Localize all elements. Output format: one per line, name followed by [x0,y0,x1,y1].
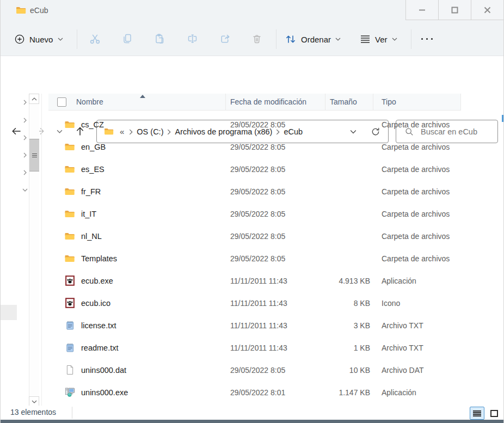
toolbar-divider [276,29,276,49]
file-name-cell: cs_CZ [48,119,226,130]
scroll-up-button[interactable] [29,94,39,104]
address-row: « OS (C:) Archivos de programa (x86) eCu… [1,56,503,93]
file-name-cell: en_GB [48,142,226,152]
folder-icon [64,142,75,152]
file-row[interactable]: es_ES 29/05/2022 8:05 Carpeta de archivo… [48,158,461,180]
tree-expand-chevron-icon[interactable] [22,99,28,106]
file-name-cell: nl_NL [48,231,226,242]
title-bar[interactable]: eCub [1,0,503,22]
tree-expand-chevron-icon[interactable] [22,117,28,124]
column-header-type[interactable]: Tipo [373,94,461,110]
cut-button[interactable] [85,29,104,48]
close-icon [484,7,491,14]
file-row[interactable]: readme.txt 11/11/2011 11:43 1 KB Archivo… [48,336,461,359]
column-label: Fecha de modificación [230,97,306,106]
tree-expand-chevron-icon[interactable] [22,169,28,176]
file-row[interactable]: en_GB 29/05/2022 8:05 Carpeta de archivo… [48,136,461,158]
file-name: Templates [81,254,117,263]
chevron-up-icon [32,97,37,101]
chevron-down-icon [32,400,37,403]
file-date: 29/05/2022 8:05 [226,232,325,241]
file-type: Icono [373,299,461,308]
paste-button[interactable] [150,29,169,48]
sort-button[interactable]: Ordenar [285,30,341,48]
column-header-name[interactable]: Nombre [48,94,226,110]
file-date: 11/11/2011 11:43 [226,344,325,352]
sort-arrows-icon [285,33,297,45]
file-type: Aplicación [373,277,461,285]
chevron-down-icon [58,38,63,41]
file-type: Carpeta de archivos [373,232,461,241]
file-size: 1.147 KB [325,388,373,397]
file-name-cell: ecub.ico [48,298,226,309]
nav-pane-partial-item [1,305,17,320]
rename-button[interactable] [183,29,201,48]
file-row[interactable]: license.txt 11/11/2011 11:43 3 KB Archiv… [48,314,461,336]
file-type: Aplicación [373,388,461,397]
column-header-date[interactable]: Fecha de modificación [226,94,325,110]
file-type: Carpeta de archivos [373,165,461,174]
column-header-size[interactable]: Tamaño [325,94,373,110]
file-row[interactable]: unins000.exe 29/05/2022 8:01 1.147 KB Ap… [48,381,461,403]
view-label: Ver [375,35,388,44]
details-view-button[interactable] [470,407,484,420]
file-name-cell: readme.txt [48,342,226,353]
installer-icon [64,387,75,398]
file-name-cell: unins000.dat [48,365,226,376]
chevron-down-icon [392,38,397,41]
column-label: Tamaño [330,97,357,106]
file-name: en_GB [81,143,106,151]
file-name: unins000.dat [81,366,126,375]
copy-icon [122,33,133,44]
delete-button[interactable] [248,29,266,48]
file-name: ecub.exe [81,277,113,285]
select-all-checkbox[interactable] [57,97,66,107]
file-row[interactable]: Templates 29/05/2022 8:05 Carpeta de arc… [48,247,461,269]
item-count: 13 elementos [10,408,56,416]
scrollbar-thumb[interactable] [29,139,39,171]
file-type: Carpeta de archivos [373,210,461,218]
trash-icon [251,33,262,45]
plus-circle-icon [15,34,24,44]
large-icons-view-button[interactable] [487,407,501,420]
file-row[interactable]: nl_NL 29/05/2022 8:05 Carpeta de archivo… [48,225,461,247]
file-size: 1 KB [325,344,373,352]
chevron-down-icon [335,38,341,41]
maximize-button[interactable] [438,0,471,20]
folder-icon [64,164,75,175]
sort-ascending-icon [140,95,145,98]
file-row[interactable]: it_IT 29/05/2022 8:05 Carpeta de archivo… [48,203,461,225]
more-options-button[interactable] [417,29,436,48]
status-bar: 13 elementos [1,406,503,420]
file-row[interactable]: ecub.exe 11/11/2011 11:43 4.913 KB Aplic… [48,269,461,292]
file-date: 29/05/2022 8:05 [226,254,325,263]
tree-expand-chevron-icon[interactable] [22,152,28,158]
tree-collapse-chevron-icon[interactable] [22,187,28,193]
file-row[interactable]: cs_CZ 29/05/2022 8:05 Carpeta de archivo… [48,113,461,136]
toolbar-divider [77,29,77,49]
file-row[interactable]: unins000.dat 29/05/2022 8:05 10 KB Archi… [48,359,461,381]
file-row[interactable]: ecub.ico 11/11/2011 11:43 8 KB Icono [48,292,461,314]
paw-app-icon [64,275,75,286]
file-name: nl_NL [81,232,102,241]
new-button[interactable]: Nuevo [15,30,63,48]
file-row[interactable]: fr_FR 29/05/2022 8:05 Carpeta de archivo… [48,180,461,203]
maximize-icon [451,7,458,14]
file-size: 3 KB [325,321,373,330]
view-button[interactable]: Ver [360,30,397,48]
folder-icon [64,209,75,219]
close-button[interactable] [471,0,503,20]
file-type: Archivo DAT [373,366,461,375]
share-button[interactable] [216,29,234,48]
window-controls [405,0,503,20]
file-name: cs_CZ [81,120,104,129]
copy-button[interactable] [118,29,137,48]
column-label: Tipo [382,97,396,106]
list-scrollbar-thumb[interactable] [502,115,503,122]
tree-expand-chevron-icon[interactable] [22,134,28,141]
nav-scrollbar[interactable] [29,94,39,407]
file-date: 29/05/2022 8:05 [226,120,325,129]
minimize-button[interactable] [405,0,438,20]
share-icon [219,33,231,45]
minimize-icon [419,7,426,14]
